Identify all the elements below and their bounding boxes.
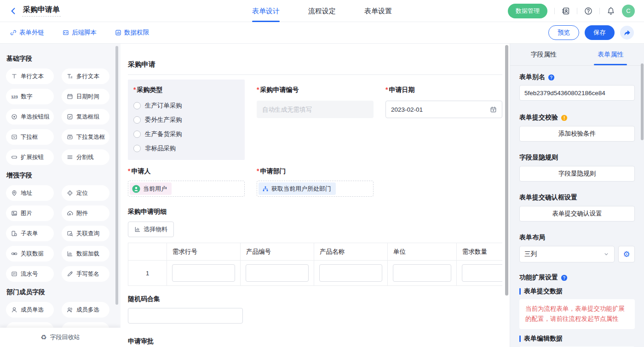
visibility-rules-button[interactable]: 字段显隐规则 xyxy=(519,166,635,182)
help-filled-icon[interactable] xyxy=(561,274,568,281)
layout-settings-button[interactable]: ⚙ xyxy=(618,246,635,262)
field-random-code[interactable]: 随机码合集 xyxy=(128,295,502,324)
radio-icon[interactable] xyxy=(133,131,141,138)
data-manage-button[interactable]: 数据管理 xyxy=(508,4,547,18)
sidebar-field-item[interactable]: 流水号 xyxy=(6,266,54,282)
sidebar-field-item[interactable]: 地址 xyxy=(6,185,54,201)
preview-button[interactable]: 预览 xyxy=(548,25,579,40)
sidebar-field-item[interactable]: 单选按钮组 xyxy=(6,109,54,125)
layout-select[interactable]: 三列 xyxy=(519,246,615,262)
field-apply-date[interactable]: 申请日期 2023-02-01 xyxy=(385,80,502,160)
sidebar-field-item[interactable]: 下拉框 xyxy=(6,129,54,145)
help-filled-icon[interactable] xyxy=(548,74,555,81)
radio-icon[interactable] xyxy=(133,145,141,152)
section-divider xyxy=(128,74,502,75)
sidebar-field-item[interactable]: 复选框组 xyxy=(62,109,109,125)
approval-section[interactable]: 申请审批 xyxy=(128,337,502,347)
avatar[interactable]: C xyxy=(622,5,635,17)
applicant-label: 申请人 xyxy=(128,167,245,176)
submit-confirm-button[interactable]: 表单提交确认设置 xyxy=(519,206,635,222)
applicant-box[interactable]: 当前用户 xyxy=(128,181,245,197)
sidebar-section-title: 增强字段 xyxy=(6,171,121,180)
field-detail-subform[interactable]: 采购申请明细 选择物料 需求行号产品编号产品名称单位需求数量1 xyxy=(128,208,502,286)
table-cell-input[interactable] xyxy=(393,264,451,282)
apply-dept-box[interactable]: 获取当前用户所处部门 xyxy=(257,181,374,197)
add-validation-button[interactable]: 添加校验条件 xyxy=(519,126,635,142)
contacts-icon[interactable] xyxy=(562,7,570,15)
sidebar-field-item[interactable]: 图片 xyxy=(6,205,54,221)
sidebar-field-item[interactable]: 多行文本 xyxy=(62,68,109,84)
random-code-input[interactable] xyxy=(128,308,243,324)
radio-icon[interactable] xyxy=(133,102,141,109)
field-applicant[interactable]: 申请人 当前用户 xyxy=(128,167,245,197)
table-header-cell: 单位 xyxy=(388,243,457,261)
header-icon-group xyxy=(554,7,615,15)
sidebar-field-item[interactable]: 日期时间 xyxy=(62,89,109,104)
sidebar-field-item[interactable]: 手写签名 xyxy=(62,266,109,282)
properties-tab[interactable]: 表单属性 xyxy=(577,44,644,65)
header-tab[interactable]: 表单设置 xyxy=(364,0,392,22)
back-icon[interactable] xyxy=(9,7,17,15)
canvas-scrollbar[interactable] xyxy=(505,45,508,296)
sidebar-field-item[interactable]: 数据加载 xyxy=(62,246,109,262)
radio-option[interactable]: 生产备货采购 xyxy=(133,130,239,138)
accent-bar xyxy=(519,336,521,342)
toolbar-link[interactable]: 数据权限 xyxy=(115,28,149,37)
field-purchase-no[interactable]: 采购申请编号 xyxy=(257,80,374,160)
sidebar-field-item[interactable]: 定位 xyxy=(62,185,109,201)
radio-option[interactable]: 生产订单采购 xyxy=(133,102,239,110)
form-layout-label: 表单布局 xyxy=(519,233,635,242)
sidebar-field-item[interactable]: 关联数据 xyxy=(6,246,54,262)
sidebar-field-item[interactable]: 成员单选 xyxy=(6,302,54,318)
current-user-chip[interactable]: 当前用户 xyxy=(130,182,172,195)
radio-icon[interactable] xyxy=(133,116,141,124)
sidebar-field-item[interactable]: 下拉复选框 xyxy=(62,129,109,145)
share-button[interactable] xyxy=(620,26,634,40)
bell-icon[interactable] xyxy=(607,7,615,15)
dept-chip-label: 获取当前用户所处部门 xyxy=(271,185,331,193)
toolbar-link[interactable]: 表单外链 xyxy=(10,28,44,37)
apply-date-input[interactable]: 2023-02-01 xyxy=(385,101,502,118)
sidebar-field-item[interactable]: 123数字 xyxy=(6,89,54,104)
toolbar-link-label: 表单外链 xyxy=(19,28,44,37)
header-tab[interactable]: 表单设计 xyxy=(252,0,280,22)
form-row-2: 申请人 当前用户 申请部门 获取当前用户所处部门 xyxy=(128,167,502,197)
sidebar-field-item[interactable]: 扩展按钮 xyxy=(6,149,54,165)
radio-option[interactable]: 非标品采购 xyxy=(133,144,239,153)
sidebar-field-item[interactable]: 成员多选 xyxy=(62,302,109,318)
table-row: 1 xyxy=(128,261,503,286)
sidebar-field-item[interactable]: 分割线 xyxy=(62,149,109,165)
panel-scrollbar[interactable] xyxy=(641,63,644,140)
table-cell-input[interactable] xyxy=(246,264,309,282)
sidebar-field-label: 定位 xyxy=(76,189,88,197)
help-icon[interactable] xyxy=(584,7,592,15)
field-recycle-bin[interactable]: ♻ 字段回收站 xyxy=(0,328,121,347)
properties-panel: 字段属性表单属性 表单别名 表单提交校验 添加校验条件 字段显隐规则 字段显隐规… xyxy=(510,44,644,347)
table-cell-input[interactable] xyxy=(172,264,235,282)
table-cell-input[interactable] xyxy=(319,264,382,282)
form-alias-input[interactable] xyxy=(519,85,635,101)
dept-chip[interactable]: 获取当前用户所处部门 xyxy=(259,182,336,195)
sidebar-field-item[interactable]: 单行文本 xyxy=(6,68,54,84)
sidebar-field-item[interactable]: 关联查询 xyxy=(62,226,109,241)
sidebar-field-label: 下拉框 xyxy=(21,133,38,141)
page-title[interactable]: 采购申请单 xyxy=(22,5,61,17)
toolbar-link[interactable]: 后端脚本 xyxy=(63,28,97,37)
subform-table-wrap: 需求行号产品编号产品名称单位需求数量1 xyxy=(128,243,502,286)
save-button[interactable]: 保存 xyxy=(585,25,615,40)
field-purchase-type[interactable]: 采购类型 生产订单采购委外生产采购生产备货采购非标品采购 xyxy=(128,80,245,160)
table-cell-input[interactable] xyxy=(462,264,502,282)
app: 采购申请单 表单设计流程设定表单设置 数据管理 C 表单外链后端脚本数据权限 预… xyxy=(0,0,644,347)
field-apply-dept[interactable]: 申请部门 获取当前用户所处部门 xyxy=(257,167,374,197)
header-tab[interactable]: 流程设定 xyxy=(308,0,336,22)
table-cell xyxy=(241,261,314,286)
sidebar-field-grid: 单行文本多行文本123数字日期时间单选按钮组复选框组下拉框下拉复选框扩展按钮分割… xyxy=(6,68,121,165)
warning-filled-icon[interactable] xyxy=(561,114,568,121)
sidebar-field-item[interactable]: 子表单 xyxy=(6,226,54,241)
select-material-button[interactable]: 选择物料 xyxy=(128,222,174,237)
properties-tab[interactable]: 字段属性 xyxy=(510,44,577,65)
purchase-no-input[interactable] xyxy=(257,101,374,118)
sidebar-scrollbar[interactable] xyxy=(115,46,118,305)
sidebar-field-item[interactable]: 附件 xyxy=(62,205,109,221)
radio-option[interactable]: 委外生产采购 xyxy=(133,116,239,124)
